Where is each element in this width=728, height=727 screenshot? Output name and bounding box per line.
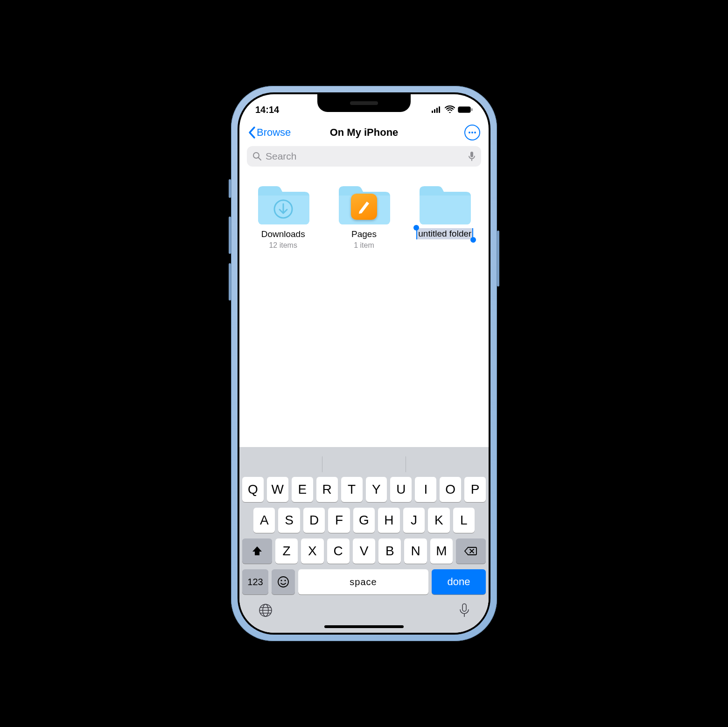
- key-t[interactable]: T: [341, 477, 363, 502]
- key-row-3: Z X C V B N M: [239, 538, 489, 569]
- key-e[interactable]: E: [292, 477, 313, 502]
- download-badge-icon: [273, 199, 293, 221]
- globe-key[interactable]: [258, 603, 273, 620]
- chevron-left-icon: [248, 126, 256, 139]
- search-icon: [252, 152, 262, 161]
- notch: [317, 94, 411, 112]
- dictation-key[interactable]: [459, 603, 470, 620]
- svg-line-8: [259, 158, 261, 160]
- key-a[interactable]: A: [253, 508, 275, 533]
- svg-rect-1: [434, 109, 435, 113]
- key-k[interactable]: K: [428, 508, 449, 533]
- folder-label: Pages: [351, 229, 377, 239]
- key-row-2: A S D F G H J K L: [239, 508, 489, 538]
- screen: 14:14: [239, 94, 489, 633]
- key-j[interactable]: J: [403, 508, 425, 533]
- svg-rect-9: [470, 152, 473, 157]
- key-s[interactable]: S: [278, 508, 300, 533]
- predictive-bar[interactable]: [239, 452, 489, 477]
- svg-rect-2: [436, 108, 438, 113]
- svg-rect-5: [459, 108, 469, 112]
- folder-name-input[interactable]: untitled folder: [416, 228, 473, 239]
- emoji-icon: [277, 576, 289, 588]
- folder-grid: Downloads 12 items Pages: [239, 171, 489, 447]
- svg-rect-21: [462, 604, 466, 611]
- more-button[interactable]: [464, 125, 480, 140]
- key-x[interactable]: X: [301, 538, 323, 564]
- svg-point-14: [280, 580, 282, 581]
- key-c[interactable]: C: [327, 538, 350, 564]
- key-l[interactable]: L: [453, 508, 475, 533]
- phone-frame: 14:14: [231, 86, 497, 641]
- pages-app-icon: [351, 194, 377, 220]
- backspace-key[interactable]: [456, 538, 486, 564]
- key-z[interactable]: Z: [275, 538, 298, 564]
- ellipsis-icon: [469, 132, 476, 133]
- status-time: 14:14: [255, 105, 279, 115]
- key-row-1: Q W E R T Y U I O P: [239, 477, 489, 508]
- wifi-icon: [445, 105, 455, 115]
- folder-pages[interactable]: Pages 1 item: [328, 182, 400, 250]
- folder-icon: [417, 182, 473, 226]
- key-p[interactable]: P: [464, 477, 486, 502]
- backspace-icon: [464, 546, 477, 556]
- key-r[interactable]: R: [316, 477, 338, 502]
- key-h[interactable]: H: [378, 508, 399, 533]
- key-d[interactable]: D: [303, 508, 325, 533]
- key-o[interactable]: O: [440, 477, 461, 502]
- key-b[interactable]: B: [378, 538, 401, 564]
- svg-rect-0: [432, 111, 433, 113]
- key-u[interactable]: U: [390, 477, 412, 502]
- key-y[interactable]: Y: [366, 477, 387, 502]
- key-m[interactable]: M: [430, 538, 453, 564]
- key-f[interactable]: F: [328, 508, 350, 533]
- key-w[interactable]: W: [267, 477, 288, 502]
- svg-point-15: [284, 580, 286, 581]
- svg-point-7: [253, 153, 259, 158]
- cellular-icon: [432, 105, 442, 115]
- svg-rect-6: [471, 108, 473, 111]
- microphone-icon[interactable]: [468, 151, 476, 161]
- folder-new-editing[interactable]: untitled folder: [409, 182, 481, 239]
- power-button: [497, 231, 499, 287]
- folder-subtitle: 12 items: [269, 241, 297, 250]
- nav-bar: Browse On My iPhone: [239, 120, 489, 145]
- volume-down-button: [229, 263, 231, 301]
- selection-handle-end[interactable]: [470, 237, 476, 243]
- back-button[interactable]: Browse: [248, 126, 291, 139]
- back-label: Browse: [257, 126, 291, 139]
- key-row-4: 123 space done: [239, 569, 489, 599]
- search-placeholder: Search: [266, 151, 297, 162]
- key-v[interactable]: V: [353, 538, 375, 564]
- key-g[interactable]: G: [353, 508, 375, 533]
- svg-point-13: [278, 577, 288, 587]
- done-key[interactable]: done: [432, 569, 486, 594]
- battery-icon: [458, 105, 473, 115]
- key-n[interactable]: N: [404, 538, 427, 564]
- shift-icon: [252, 545, 263, 557]
- key-q[interactable]: Q: [242, 477, 264, 502]
- keyboard: Q W E R T Y U I O P A S D F G H: [239, 447, 489, 633]
- emoji-key[interactable]: [272, 569, 295, 594]
- folder-downloads[interactable]: Downloads 12 items: [247, 182, 319, 250]
- folder-name-text: untitled folder: [418, 229, 471, 238]
- space-key[interactable]: space: [298, 569, 428, 594]
- shift-key[interactable]: [242, 538, 272, 564]
- folder-subtitle: 1 item: [354, 241, 374, 250]
- home-indicator[interactable]: [324, 625, 404, 628]
- key-i[interactable]: I: [415, 477, 436, 502]
- svg-rect-3: [439, 106, 440, 113]
- mute-switch: [229, 179, 231, 198]
- numeric-key[interactable]: 123: [242, 569, 268, 594]
- microphone-icon: [459, 603, 470, 618]
- globe-icon: [258, 603, 273, 618]
- folder-label: Downloads: [261, 229, 305, 239]
- search-input[interactable]: Search: [247, 146, 481, 167]
- volume-up-button: [229, 217, 231, 254]
